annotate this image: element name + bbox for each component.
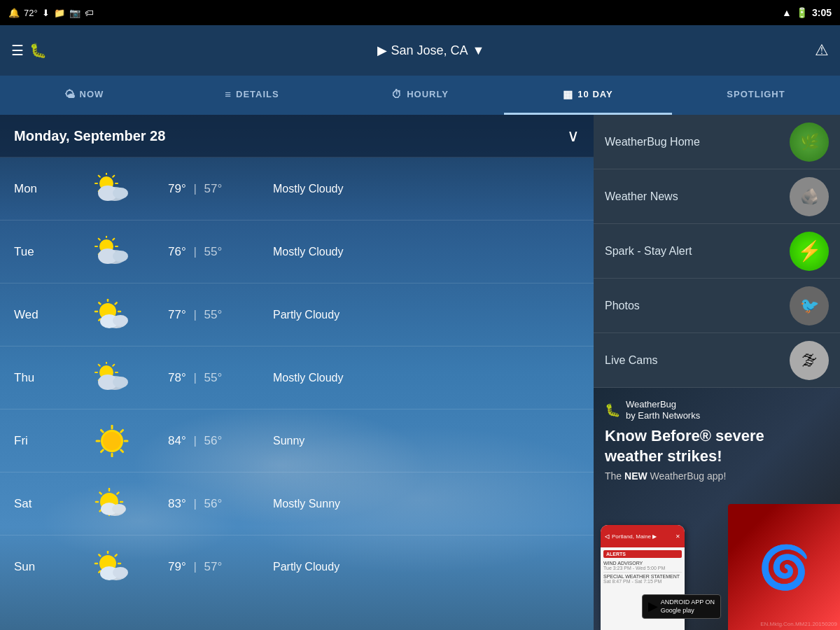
svg-line-57	[121, 430, 123, 432]
header: ☰ 🐛 ▶ San Jose, CA ▼ ⚠	[0, 25, 840, 76]
temp-range: 84° | 56°	[147, 434, 259, 448]
day-name: Sat	[14, 497, 77, 511]
weather-icon-cell	[77, 425, 147, 457]
google-play-button[interactable]: ▶ ANDROID APP ONGoogle play	[642, 594, 721, 619]
weather-icon-cell	[77, 299, 147, 331]
temp-sep: |	[193, 497, 200, 510]
collapse-chevron[interactable]: ∨	[567, 126, 580, 146]
ad-disclaimer: EN.Mktg.Con.MM21.20150209	[760, 621, 837, 627]
day-name: Mon	[14, 182, 77, 196]
hi-temp: 84°	[168, 434, 186, 447]
sidebar-thumb: ⚡	[790, 232, 829, 271]
weather-row: Thu 78° | 55° Mostly Cloudy	[0, 346, 594, 410]
weather-description: Mostly Cloudy	[273, 183, 343, 195]
sidebar-items: WeatherBug Home 🌿 Weather News 🪨 Spark -…	[594, 115, 840, 388]
svg-point-47	[113, 377, 128, 388]
weather-description: Partly Cloudy	[273, 309, 340, 321]
svg-line-28	[99, 318, 100, 320]
phone-screen-header: ◁ Portland, Maine ▶ ✕	[601, 525, 685, 547]
sidebar-item-weatherbug-home[interactable]: WeatherBug Home 🌿	[594, 115, 840, 169]
hi-temp: 79°	[168, 182, 186, 195]
status-left: 🔔 72° ⬇ 📁 📷 🏷	[8, 8, 94, 18]
hi-temp: 79°	[168, 560, 186, 573]
status-right: ▲ 🔋 3:05	[782, 7, 832, 18]
tab-hourly[interactable]: ⏱ HOURLY	[336, 76, 504, 115]
weather-icon-cell	[77, 362, 147, 394]
location-arrow-icon: ▶	[377, 43, 387, 58]
temp-sep: |	[193, 182, 200, 195]
temp-range: 77° | 55°	[147, 308, 259, 322]
lo-temp: 55°	[204, 308, 223, 321]
tab-spotlight-label: SPOTLIGHT	[727, 89, 785, 99]
location-text: San Jose, CA	[391, 43, 468, 58]
weather-row: Fri 84° | 56° Sunny	[0, 410, 594, 472]
lo-temp: 57°	[204, 560, 223, 573]
hi-temp: 77°	[168, 308, 186, 321]
svg-line-51	[121, 449, 123, 451]
svg-point-49	[103, 432, 121, 450]
battery-icon: 🔋	[796, 7, 808, 18]
hi-temp: 76°	[168, 245, 186, 258]
hourly-icon: ⏱	[391, 88, 402, 100]
weather-row: Tue 76° | 55° Mostly Cloudy	[0, 220, 594, 284]
temp-range: 76° | 55°	[147, 245, 259, 259]
weather-description: Partly Cloudy	[273, 561, 340, 573]
weather-panel: Monday, September 28 ∨ Mon 79° | 57° Mos…	[0, 115, 594, 630]
menu-button[interactable]: ☰ 🐛	[11, 42, 47, 59]
sidebar-item-live-cams[interactable]: Live Cams 🌫	[594, 333, 840, 388]
sidebar-thumb: 🌫	[790, 341, 829, 380]
sidebar-item-photos[interactable]: Photos 🐦	[594, 279, 840, 333]
tab-details[interactable]: ≡ DETAILS	[168, 76, 336, 115]
hamburger-icon: ☰	[11, 42, 24, 59]
weather-description: Mostly Cloudy	[273, 246, 343, 258]
temp-range: 78° | 55°	[147, 371, 259, 385]
wifi-icon: ▲	[782, 7, 792, 18]
weather-row: Mon 79° | 57° Mostly Cloudy	[0, 158, 594, 220]
alert-button[interactable]: ⚠	[815, 41, 829, 59]
day-name: Sun	[14, 560, 77, 574]
temp-range: 83° | 56°	[147, 497, 259, 511]
weather-icon-cell	[77, 488, 147, 520]
ad-logo-row: 🐛 WeatherBugby Earth Networks	[605, 399, 829, 421]
sidebar-item-weather-news[interactable]: Weather News 🪨	[594, 169, 840, 224]
sidebar-label: Photos	[605, 300, 640, 312]
hi-temp: 78°	[168, 371, 186, 384]
svg-line-64	[100, 492, 102, 493]
weather-description: Mostly Cloudy	[273, 372, 343, 384]
svg-point-35	[113, 315, 128, 326]
tenday-icon: ▦	[563, 88, 573, 101]
temp-display: 72°	[24, 8, 38, 18]
temp-sep: |	[193, 371, 200, 384]
google-play-text: ANDROID APP ONGoogle play	[661, 598, 715, 615]
notification-icon: 🔔	[8, 8, 20, 18]
tab-10day[interactable]: ▦ 10 DAY	[504, 76, 672, 115]
location-selector[interactable]: ▶ San Jose, CA ▼	[377, 43, 485, 58]
sidebar-thumb: 🪨	[790, 177, 829, 216]
date-header[interactable]: Monday, September 28 ∨	[0, 115, 594, 158]
dropdown-icon: ▼	[472, 43, 485, 58]
status-bar: 🔔 72° ⬇ 📁 📷 🏷 ▲ 🔋 3:05	[0, 0, 840, 25]
svg-line-53	[101, 449, 103, 451]
svg-point-11	[113, 188, 128, 199]
nav-tabs: 🌤 NOW ≡ DETAILS ⏱ HOURLY ▦ 10 DAY SPOTLI…	[0, 76, 840, 115]
ad-subtext: The NEW WeatherBug app!	[605, 470, 829, 482]
tab-spotlight[interactable]: SPOTLIGHT	[672, 76, 840, 115]
ad-logo-text: WeatherBugby Earth Networks	[626, 399, 700, 421]
folder-icon: 📁	[54, 8, 65, 18]
svg-line-30	[99, 302, 100, 304]
ad-banner[interactable]: 🐛 WeatherBugby Earth Networks Know Befor…	[594, 388, 840, 630]
hi-temp: 83°	[168, 497, 186, 510]
svg-line-8	[113, 175, 114, 176]
tab-now[interactable]: 🌤 NOW	[0, 76, 168, 115]
day-name: Wed	[14, 308, 77, 322]
lo-temp: 56°	[204, 434, 223, 447]
weather-icon-cell	[77, 551, 147, 583]
day-name: Fri	[14, 434, 77, 448]
svg-line-78	[115, 554, 117, 556]
weather-icon-cell	[77, 173, 147, 205]
svg-line-76	[99, 554, 100, 556]
weather-row: Sat 83° | 56° Mostly Sunny	[0, 472, 594, 536]
download-icon: ⬇	[42, 8, 50, 18]
sidebar-item-spark-alert[interactable]: Spark - Stay Alert ⚡	[594, 224, 840, 279]
sidebar: WeatherBug Home 🌿 Weather News 🪨 Spark -…	[594, 115, 840, 630]
